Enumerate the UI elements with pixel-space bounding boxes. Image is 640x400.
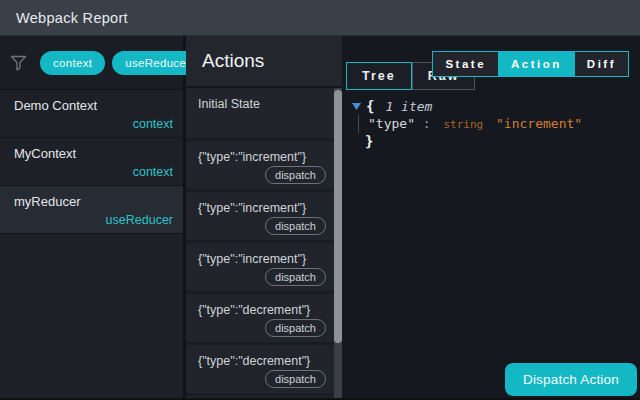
action-item[interactable]: {"type":"increment"} dispatch bbox=[186, 141, 342, 189]
dispatch-button[interactable]: dispatch bbox=[265, 319, 326, 337]
json-close-line: } bbox=[365, 133, 582, 150]
close-brace: } bbox=[365, 133, 373, 149]
sidebar-item-demo-context[interactable]: Demo Context context bbox=[0, 90, 183, 138]
json-value: "increment" bbox=[496, 116, 582, 131]
action-label: {"type":"decrement"} bbox=[198, 303, 310, 317]
action-item[interactable]: {"type":"increment"} dispatch bbox=[186, 243, 342, 291]
actions-scrollbar-track[interactable] bbox=[334, 88, 342, 398]
filter-bar: context useReducer bbox=[0, 36, 183, 90]
context-name: myReducer bbox=[14, 194, 80, 209]
filter-icon bbox=[10, 55, 27, 71]
actions-scrollbar-thumb[interactable] bbox=[334, 90, 342, 343]
action-item[interactable]: {"type":"increment"} dispatch bbox=[186, 192, 342, 240]
mode-diff[interactable]: Diff bbox=[574, 52, 628, 76]
dispatch-button[interactable]: dispatch bbox=[265, 217, 326, 235]
actions-title: Actions bbox=[202, 50, 264, 72]
dispatch-button[interactable]: dispatch bbox=[265, 166, 326, 184]
dispatch-action-button[interactable]: Dispatch Action bbox=[505, 363, 637, 396]
mode-state[interactable]: State bbox=[433, 52, 498, 76]
context-tag: context bbox=[133, 165, 173, 179]
action-item-initial-state[interactable]: Initial State bbox=[186, 88, 342, 138]
sidebar-item-mycontext[interactable]: MyContext context bbox=[0, 138, 183, 186]
sidebar-item-myreducer[interactable]: myReducer useReducer bbox=[0, 186, 183, 234]
mode-action[interactable]: Action bbox=[498, 52, 574, 76]
json-key: "type" bbox=[368, 116, 415, 131]
detail-panel: Tree Raw State Action Diff { 1 item "typ… bbox=[342, 36, 640, 398]
main-content: context useReducer Demo Context context … bbox=[0, 36, 640, 398]
json-tree-view: { 1 item "type" : string "increment" } bbox=[352, 98, 582, 150]
json-property-line: "type" : string "increment" bbox=[358, 115, 582, 133]
action-label: {"type":"increment"} bbox=[198, 150, 306, 164]
actions-column: Actions Initial State {"type":"increment… bbox=[186, 36, 342, 398]
context-tag: useReducer bbox=[106, 213, 173, 227]
action-item[interactable]: {"type":"decrement"} dispatch bbox=[186, 294, 342, 342]
actions-header: Actions bbox=[186, 36, 342, 88]
json-colon: : bbox=[423, 116, 431, 131]
tab-tree[interactable]: Tree bbox=[346, 62, 412, 90]
context-sidebar: context useReducer Demo Context context … bbox=[0, 36, 186, 398]
dispatch-button[interactable]: dispatch bbox=[265, 268, 326, 286]
action-label: {"type":"decrement"} bbox=[198, 354, 310, 368]
item-count: 1 item bbox=[385, 98, 432, 115]
filter-pill-context[interactable]: context bbox=[40, 51, 105, 75]
action-item[interactable]: {"type":"decrement"} dispatch bbox=[186, 345, 342, 393]
app-header: Webpack Report bbox=[0, 0, 640, 36]
page-title: Webpack Report bbox=[16, 10, 128, 26]
app-window: Webpack Report context useReducer Demo C… bbox=[0, 0, 640, 400]
action-label: Initial State bbox=[198, 97, 260, 111]
context-tag: context bbox=[133, 117, 173, 131]
context-name: Demo Context bbox=[14, 98, 97, 113]
action-label: {"type":"increment"} bbox=[198, 252, 306, 266]
triangle-down-icon[interactable] bbox=[352, 103, 366, 110]
open-brace: { bbox=[366, 98, 374, 115]
context-name: MyContext bbox=[14, 146, 76, 161]
json-root-line: { 1 item bbox=[352, 98, 582, 115]
actions-list: Initial State {"type":"increment"} dispa… bbox=[186, 88, 342, 398]
mode-switcher: State Action Diff bbox=[432, 51, 629, 77]
json-value-type: string bbox=[443, 118, 483, 131]
dispatch-button[interactable]: dispatch bbox=[265, 370, 326, 388]
action-label: {"type":"increment"} bbox=[198, 201, 306, 215]
